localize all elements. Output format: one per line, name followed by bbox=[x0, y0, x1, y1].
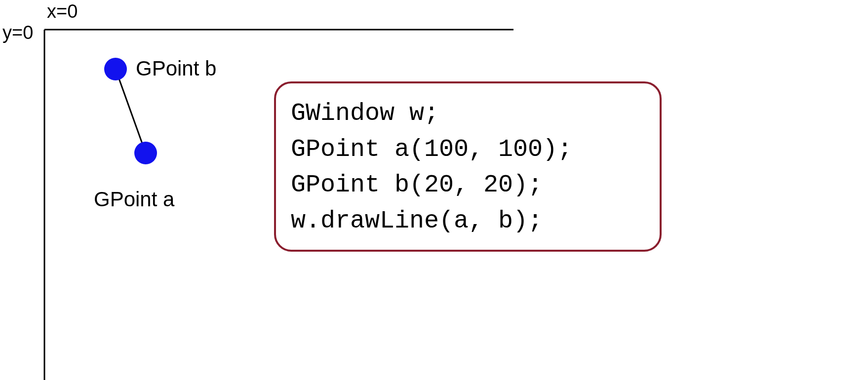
code-line-4: w.drawLine(a, b); bbox=[291, 203, 645, 239]
point-a-label: GPoint a bbox=[94, 188, 174, 211]
y-axis-label: y=0 bbox=[2, 22, 33, 43]
code-line-1: GWindow w; bbox=[291, 96, 645, 132]
code-line-3: GPoint b(20, 20); bbox=[291, 167, 645, 203]
point-b-icon bbox=[104, 58, 127, 80]
x-axis-label: x=0 bbox=[47, 1, 78, 22]
segment-ab bbox=[116, 69, 146, 153]
code-snippet-box: GWindow w; GPoint a(100, 100); GPoint b(… bbox=[274, 81, 662, 252]
point-b-label: GPoint b bbox=[136, 57, 216, 80]
code-line-2: GPoint a(100, 100); bbox=[291, 132, 645, 168]
point-a-icon bbox=[134, 142, 157, 164]
